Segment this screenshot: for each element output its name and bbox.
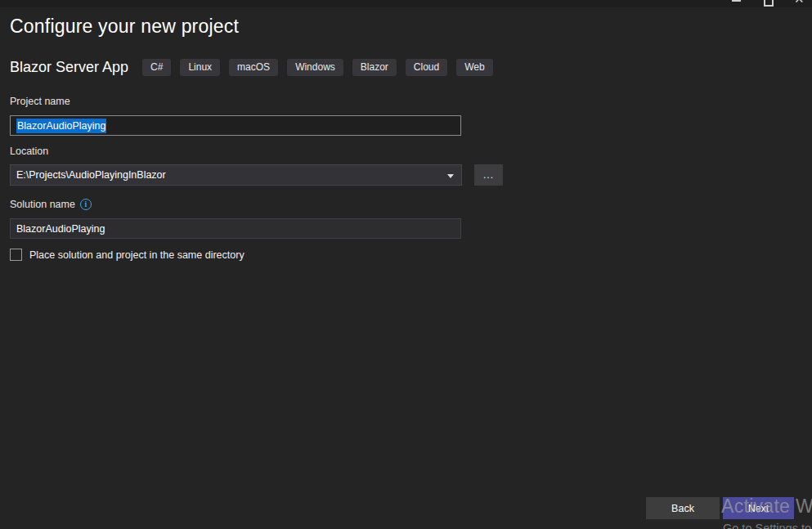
tag-web: Web	[456, 59, 492, 76]
solution-name-input[interactable]: BlazorAudioPlaying	[10, 218, 461, 239]
tag-macos: macOS	[229, 59, 278, 76]
watermark-line2: Go to Settings to	[723, 522, 812, 529]
location-combobox[interactable]: E:\Projects\AudioPlayingInBlazor	[10, 164, 462, 186]
same-directory-label: Place solution and project in the same d…	[29, 249, 244, 261]
same-directory-checkbox[interactable]	[10, 249, 22, 261]
project-name-input[interactable]: BlazorAudioPlaying	[10, 115, 461, 136]
tag-list: C# Linux macOS Windows Blazor Cloud Web	[142, 59, 493, 76]
browse-button[interactable]: ...	[474, 164, 503, 186]
minimize-icon[interactable]	[732, 0, 741, 2]
location-label: Location	[10, 146, 48, 157]
back-button[interactable]: Back	[646, 497, 720, 519]
maximize-icon[interactable]	[764, 0, 774, 7]
tag-cloud: Cloud	[406, 59, 447, 76]
configure-project-dialog: ✕ Configure your new project Blazor Serv…	[0, 0, 812, 529]
window-titlebar: ✕	[0, 0, 812, 7]
solution-name-label-row: Solution name i	[10, 199, 92, 210]
close-icon[interactable]: ✕	[794, 0, 805, 5]
template-row: Blazor Server App C# Linux macOS Windows…	[10, 59, 493, 76]
tag-blazor: Blazor	[352, 59, 397, 76]
chevron-down-icon	[447, 174, 454, 178]
same-directory-checkbox-row[interactable]: Place solution and project in the same d…	[10, 249, 244, 261]
page-title: Configure your new project	[10, 16, 239, 38]
tag-windows: Windows	[287, 59, 343, 76]
next-button[interactable]: Next	[723, 497, 794, 519]
tag-linux: Linux	[180, 59, 220, 76]
tag-csharp: C#	[142, 59, 171, 76]
solution-name-label: Solution name	[10, 199, 75, 210]
location-value: E:\Projects\AudioPlayingInBlazor	[16, 169, 166, 181]
info-circle-icon[interactable]: i	[80, 199, 92, 210]
project-name-selected-text: BlazorAudioPlaying	[16, 119, 106, 133]
template-name: Blazor Server App	[10, 59, 128, 76]
solution-name-value: BlazorAudioPlaying	[16, 223, 105, 235]
project-name-label: Project name	[10, 96, 70, 107]
